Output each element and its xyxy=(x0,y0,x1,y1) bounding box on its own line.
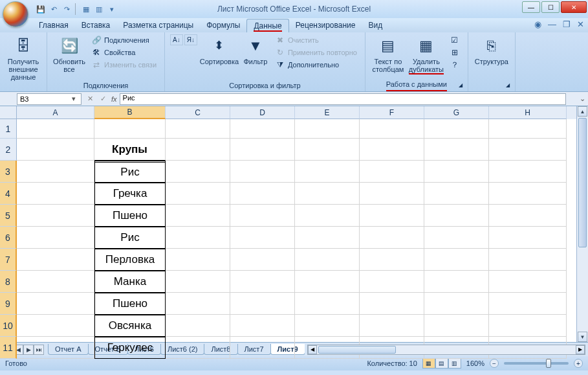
cell-C5[interactable] xyxy=(166,205,230,227)
scroll-right-icon[interactable]: ▶ xyxy=(576,345,585,354)
cell-G2[interactable] xyxy=(424,139,489,161)
cell-B11[interactable]: Геркулес xyxy=(94,337,166,359)
tab-Данные[interactable]: Данные xyxy=(246,19,289,32)
help-icon[interactable]: ◉ xyxy=(534,19,541,29)
row-header-8[interactable]: 8 xyxy=(0,271,17,293)
qat-extra-2-icon[interactable]: ▥ xyxy=(93,3,105,15)
row-header-1[interactable]: 1 xyxy=(0,119,17,139)
cell-H4[interactable] xyxy=(489,183,567,205)
cell-G5[interactable] xyxy=(424,205,489,227)
cell-D9[interactable] xyxy=(230,293,295,315)
enter-edit-icon[interactable]: ✓ xyxy=(97,93,109,105)
cell-E4[interactable] xyxy=(295,183,360,205)
zoom-thumb[interactable] xyxy=(546,359,551,368)
cell-D1[interactable] xyxy=(230,119,295,139)
group-launcher-icon[interactable]: ◢ xyxy=(459,82,466,90)
view-pagebreak-button[interactable]: ▥ xyxy=(448,358,461,369)
cell-A4[interactable] xyxy=(17,183,94,205)
doc-close-icon[interactable]: ✕ xyxy=(577,19,584,29)
select-all-corner[interactable] xyxy=(0,106,17,119)
col-header-D[interactable]: D xyxy=(230,106,295,119)
cell-C2[interactable] xyxy=(166,139,230,161)
tab-Вставка[interactable]: Вставка xyxy=(75,19,117,32)
col-header-E[interactable]: E xyxy=(295,106,360,119)
text-to-columns-button[interactable]: ▤ Текст по столбцам xyxy=(371,34,406,74)
cell-F2[interactable] xyxy=(360,139,424,161)
cell-E3[interactable] xyxy=(295,161,360,183)
vscroll-thumb[interactable] xyxy=(578,118,587,247)
cell-A2[interactable] xyxy=(17,139,94,161)
cell-B6[interactable]: Рис xyxy=(94,227,166,249)
scroll-left-icon[interactable]: ◀ xyxy=(308,345,317,354)
fx-icon[interactable]: fx xyxy=(111,95,117,103)
connections-button[interactable]: 🔗Подключения xyxy=(89,34,159,46)
col-header-C[interactable]: C xyxy=(166,106,230,119)
cell-B2[interactable]: Крупы xyxy=(94,139,166,161)
cell-E7[interactable] xyxy=(295,249,360,271)
col-header-A[interactable]: A xyxy=(17,106,94,119)
cell-A9[interactable] xyxy=(17,293,94,315)
cell-B3[interactable]: Рис xyxy=(94,161,166,183)
cell-C7[interactable] xyxy=(166,249,230,271)
zoom-level[interactable]: 160% xyxy=(466,359,485,367)
tab-Вид[interactable]: Вид xyxy=(362,19,389,32)
name-box[interactable]: B3 ▾ xyxy=(17,93,82,105)
scroll-down-icon[interactable]: ▼ xyxy=(578,332,587,342)
qat-customize-icon[interactable]: ▾ xyxy=(106,3,118,15)
cell-G10[interactable] xyxy=(424,315,489,337)
cell-F7[interactable] xyxy=(360,249,424,271)
cell-E6[interactable] xyxy=(295,227,360,249)
cell-G6[interactable] xyxy=(424,227,489,249)
get-external-data-button[interactable]: 🗄 Получить внешние данные xyxy=(5,34,41,82)
cell-E8[interactable] xyxy=(295,271,360,293)
cell-H3[interactable] xyxy=(489,161,567,183)
cell-G4[interactable] xyxy=(424,183,489,205)
row-header-11[interactable]: 11 xyxy=(0,337,17,359)
cancel-edit-icon[interactable]: ✕ xyxy=(84,93,96,105)
row-header-5[interactable]: 5 xyxy=(0,205,17,227)
remove-duplicates-button[interactable]: ▦ Удалить дубликаты xyxy=(408,34,444,76)
horizontal-scrollbar[interactable]: ◀ ▶ xyxy=(307,345,585,355)
cell-B4[interactable]: Гречка xyxy=(94,183,166,205)
cell-E5[interactable] xyxy=(295,205,360,227)
cell-C4[interactable] xyxy=(166,183,230,205)
hscroll-thumb[interactable] xyxy=(318,346,396,354)
cell-G3[interactable] xyxy=(424,161,489,183)
zoom-in-button[interactable]: + xyxy=(574,359,583,368)
undo-icon[interactable]: ↶ xyxy=(48,3,60,15)
cell-F3[interactable] xyxy=(360,161,424,183)
cell-D6[interactable] xyxy=(230,227,295,249)
tab-Разметка страницы[interactable]: Разметка страницы xyxy=(116,19,200,32)
maximize-button[interactable]: ☐ xyxy=(541,1,560,13)
cell-D4[interactable] xyxy=(230,183,295,205)
cell-B5[interactable]: Пшено xyxy=(94,205,166,227)
sort-button[interactable]: ⬍ Сортировка xyxy=(200,34,239,67)
row-header-3[interactable]: 3 xyxy=(0,161,17,183)
cell-B10[interactable]: Овсянка xyxy=(94,315,166,337)
cell-D7[interactable] xyxy=(230,249,295,271)
cell-C1[interactable] xyxy=(166,119,230,139)
cell-E2[interactable] xyxy=(295,139,360,161)
row-header-2[interactable]: 2 xyxy=(0,139,17,161)
row-header-7[interactable]: 7 xyxy=(0,249,17,271)
sort-asc-button[interactable]: A↓ xyxy=(170,34,183,45)
cell-E1[interactable] xyxy=(295,119,360,139)
row-header-4[interactable]: 4 xyxy=(0,183,17,205)
cell-H10[interactable] xyxy=(489,315,567,337)
cell-C3[interactable] xyxy=(166,161,230,183)
cell-A1[interactable] xyxy=(17,119,94,139)
cell-D11[interactable] xyxy=(230,337,295,359)
vertical-scrollbar[interactable]: ▲ ▼ xyxy=(576,106,588,342)
cell-H2[interactable] xyxy=(489,139,567,161)
cell-F5[interactable] xyxy=(360,205,424,227)
office-button[interactable] xyxy=(3,1,28,27)
consolidate-button[interactable]: ⊞ xyxy=(447,47,463,58)
refresh-all-button[interactable]: 🔄 Обновить все xyxy=(52,34,86,74)
cell-G8[interactable] xyxy=(424,271,489,293)
cell-F8[interactable] xyxy=(360,271,424,293)
cell-F6[interactable] xyxy=(360,227,424,249)
name-box-dropdown-icon[interactable]: ▾ xyxy=(69,95,78,103)
row-header-6[interactable]: 6 xyxy=(0,227,17,249)
sort-desc-button[interactable]: Я↓ xyxy=(184,34,197,45)
cell-B1[interactable] xyxy=(94,119,166,139)
